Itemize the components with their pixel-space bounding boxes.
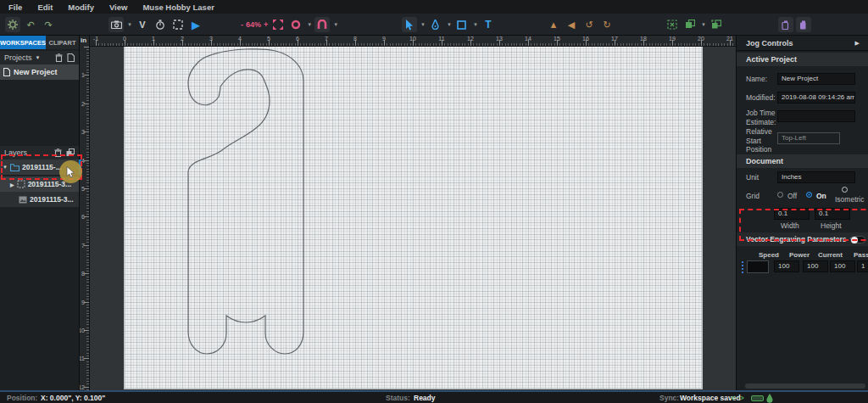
- relative-start-position-label: Relative Start Position: [746, 127, 775, 154]
- select-cursor-tool-icon[interactable]: [402, 17, 417, 32]
- active-project-title: Active Project: [746, 55, 797, 64]
- menu-file[interactable]: File: [8, 3, 22, 12]
- h-ruler-tick-label: 17: [611, 36, 618, 42]
- layer-row-image[interactable]: 20191115-3...: [0, 192, 79, 207]
- menu-view[interactable]: View: [109, 3, 127, 12]
- settings-gear-button[interactable]: [5, 17, 20, 32]
- menu-edit[interactable]: Edit: [37, 3, 53, 12]
- current-field[interactable]: 100: [830, 260, 855, 272]
- modified-date-field: 2019-08-08 09:14:26 am: [777, 92, 855, 104]
- param-row-drag-handle[interactable]: [742, 261, 743, 273]
- pan-rotate-tool-icon[interactable]: [288, 17, 303, 32]
- v-ruler-tick-label: 12: [80, 383, 85, 389]
- text-tool-button[interactable]: T: [481, 17, 496, 32]
- water-coolant-icon: [766, 394, 773, 403]
- v-ruler-tick-label: 6: [81, 214, 85, 220]
- h-ruler-tick-label: 8: [353, 36, 357, 42]
- paste-parameters-icon[interactable]: [796, 17, 811, 32]
- zoom-level-value: 64%: [246, 20, 261, 29]
- relative-start-position-field[interactable]: Top-Left: [777, 132, 840, 144]
- project-name-field[interactable]: New Project: [777, 73, 855, 85]
- grid-off-radio[interactable]: [777, 192, 783, 198]
- unit-select-field[interactable]: Inches: [777, 171, 855, 183]
- h-ruler-tick-label: 5: [267, 36, 270, 42]
- rotate-ccw-icon[interactable]: ↺: [581, 17, 597, 32]
- active-project-section-header[interactable]: Active Project: [737, 53, 868, 66]
- door-hanger-outline-shape[interactable]: [125, 47, 702, 389]
- camera-capture-button[interactable]: [108, 17, 124, 32]
- h-ruler-tick-label: 11: [438, 36, 444, 42]
- delete-project-trash-icon[interactable]: [55, 53, 63, 62]
- zoom-fit-icon[interactable]: [270, 17, 286, 32]
- tab-workspaces[interactable]: WORKSPACES: [0, 36, 46, 49]
- pen-draw-tool-icon[interactable]: [428, 17, 443, 32]
- projects-header-label: Projects: [4, 53, 32, 62]
- layer-expand-icon[interactable]: ▶: [10, 182, 14, 188]
- v-ruler-tick-label: 9: [81, 299, 85, 305]
- zoom-in-button[interactable]: +: [264, 20, 268, 29]
- position-label: Position:: [7, 394, 37, 402]
- ungroup-objects-icon[interactable]: [709, 17, 724, 32]
- grid-on-radio[interactable]: [806, 192, 812, 198]
- flip-horizontal-icon[interactable]: ◀: [564, 17, 579, 32]
- flip-vertical-icon[interactable]: ▲: [546, 17, 561, 32]
- copy-parameters-icon[interactable]: [778, 17, 793, 32]
- h-ruler-tick-label: 2: [181, 36, 184, 42]
- project-name-label: New Project: [14, 68, 58, 76]
- mouse-cursor-highlight: [59, 160, 82, 183]
- document-page[interactable]: [125, 47, 702, 389]
- position-value: X: 0.000", Y: 0.100": [41, 394, 105, 402]
- col-speed: Speed: [759, 251, 779, 259]
- h-ruler-tick-label: -1: [93, 36, 98, 42]
- undo-icon[interactable]: ↶: [23, 17, 38, 32]
- snap-dropdown-icon[interactable]: ▼: [333, 22, 338, 27]
- select-tool-dropdown-icon[interactable]: ▼: [420, 22, 426, 27]
- grid-off-label: Off: [787, 192, 797, 201]
- menu-modify[interactable]: Modify: [68, 3, 94, 12]
- h-ruler-tick-label: 6: [296, 36, 299, 42]
- v-ruler-tick-label: 1: [81, 72, 85, 78]
- project-list-item[interactable]: New Project: [0, 64, 79, 80]
- isometric-radio[interactable]: [842, 187, 848, 193]
- h-ruler-tick-label: 10: [409, 36, 416, 42]
- right-panel-scrollbar[interactable]: [745, 383, 865, 389]
- menu-bar: File Edit Modify View Muse Hobby Laser: [0, 0, 868, 14]
- projects-panel-header: Projects ▼: [0, 51, 79, 64]
- speed-field[interactable]: 100: [774, 260, 799, 272]
- perimeter-frame-icon[interactable]: [170, 17, 186, 32]
- canvas-viewport[interactable]: [90, 47, 736, 390]
- new-project-icon[interactable]: [67, 53, 75, 62]
- col-passes: Passes: [854, 251, 868, 259]
- pan-tool-dropdown-icon[interactable]: ▼: [307, 22, 312, 27]
- rotate-cw-icon[interactable]: ↻: [599, 17, 615, 32]
- job-time-field: [777, 110, 855, 122]
- shape-tool-dropdown-icon[interactable]: ▼: [473, 22, 478, 27]
- document-section-header[interactable]: Document: [737, 154, 868, 168]
- camera-dropdown-icon[interactable]: ▼: [127, 22, 132, 27]
- redo-icon[interactable]: ↷: [41, 17, 56, 32]
- main-toolbar: ↶ ↷ ▼ V ▶ - 64% +: [0, 14, 868, 36]
- status-bar: Position: X: 0.000", Y: 0.100" Status: R…: [0, 390, 868, 403]
- tab-clipart[interactable]: CLIPART: [46, 36, 79, 49]
- pen-tool-dropdown-icon[interactable]: ▼: [447, 22, 452, 27]
- zoom-out-button[interactable]: -: [241, 20, 243, 29]
- jog-controls-expand-icon[interactable]: ▶: [855, 40, 860, 47]
- shape-rectangle-tool-icon[interactable]: [454, 17, 470, 32]
- passes-field[interactable]: 1: [857, 260, 868, 272]
- job-timer-icon[interactable]: [153, 17, 168, 32]
- power-field[interactable]: 100: [803, 260, 828, 272]
- run-job-play-button[interactable]: ▶: [188, 17, 203, 32]
- group-dropdown-icon[interactable]: ▼: [701, 22, 706, 27]
- vector-trace-button[interactable]: V: [135, 17, 150, 32]
- h-ruler-tick-label: 19: [669, 36, 676, 42]
- col-power: Power: [789, 251, 810, 259]
- group-objects-icon[interactable]: [682, 17, 698, 32]
- jog-controls-header[interactable]: Jog Controls ▶: [737, 36, 868, 51]
- select-all-objects-icon[interactable]: [665, 17, 680, 32]
- h-ruler-tick-label: 4: [238, 36, 242, 42]
- layer-color-swatch[interactable]: [747, 260, 769, 273]
- projects-collapse-icon[interactable]: ▼: [36, 55, 41, 60]
- h-ruler-tick-label: 9: [382, 36, 386, 42]
- snap-magnet-icon[interactable]: [314, 17, 330, 32]
- menu-muse-hobby-laser[interactable]: Muse Hobby Laser: [142, 3, 214, 12]
